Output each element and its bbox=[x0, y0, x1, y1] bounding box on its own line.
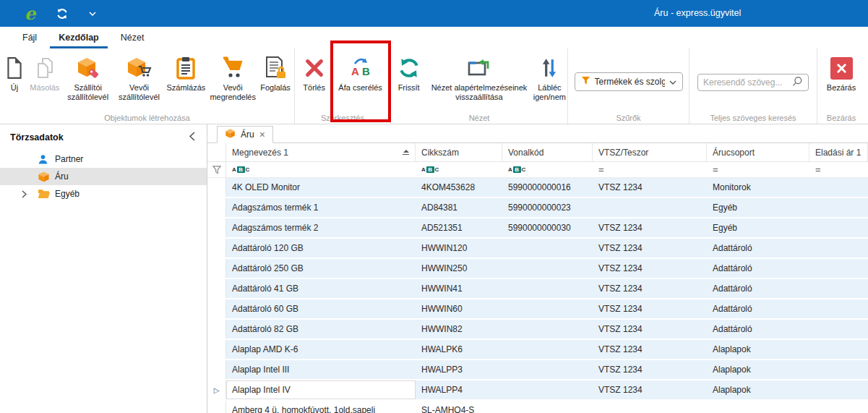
table-cell[interactable] bbox=[809, 259, 868, 278]
table-cell[interactable] bbox=[809, 299, 868, 318]
table-cell[interactable]: Adattároló 60 GB bbox=[226, 299, 416, 318]
table-cell[interactable]: HWWIN120 bbox=[416, 239, 502, 257]
table-cell[interactable]: HWWIN41 bbox=[416, 279, 502, 298]
filter-cell-6[interactable]: = bbox=[809, 162, 868, 177]
table-cell[interactable] bbox=[809, 178, 868, 197]
column-header-4[interactable]: VTSZ/Teszor bbox=[593, 143, 707, 161]
table-cell[interactable]: VTSZ 1234 bbox=[593, 360, 707, 379]
table-cell[interactable]: VTSZ 1234 bbox=[593, 218, 707, 237]
table-cell[interactable]: Alaplap AMD K-6 bbox=[226, 340, 416, 359]
column-header-2[interactable]: Cikkszám bbox=[416, 143, 502, 161]
table-cell[interactable] bbox=[809, 279, 868, 298]
table-cell[interactable]: VTSZ 1234 bbox=[593, 380, 707, 399]
search-icon[interactable] bbox=[792, 76, 803, 90]
table-cell[interactable]: SL-AMHO4-S bbox=[416, 401, 502, 413]
table-cell[interactable] bbox=[593, 401, 707, 413]
table-row[interactable]: Amberg 4 ü. homokfúvott, 1old.sapeliSL-A… bbox=[207, 401, 868, 413]
table-cell[interactable]: HWALPP3 bbox=[416, 360, 502, 379]
table-cell[interactable]: Alaplapok bbox=[707, 340, 809, 359]
search-box[interactable] bbox=[697, 74, 809, 91]
table-cell[interactable]: HWWIN60 bbox=[416, 299, 502, 318]
sidebar-collapse-icon[interactable] bbox=[189, 132, 195, 143]
filter-cell-2[interactable]: ABC bbox=[416, 162, 502, 177]
table-cell[interactable]: 4KOM453628 bbox=[416, 178, 502, 197]
new-button[interactable]: Új bbox=[1, 48, 27, 93]
filter-cell-3[interactable]: ABC bbox=[502, 162, 593, 177]
table-cell[interactable]: 5990000000023 bbox=[502, 198, 593, 217]
table-cell[interactable] bbox=[502, 259, 593, 278]
table-cell[interactable]: VTSZ 1234 bbox=[593, 320, 707, 339]
table-row[interactable]: 4K OLED Monitor4KOM4536285990000000016VT… bbox=[207, 178, 868, 197]
reset-view-defaults-button[interactable]: Nézet alapértelmezéseinek visszaállítása bbox=[425, 48, 533, 102]
customer-delivery-note-button[interactable]: Vevői szállítólevél bbox=[114, 48, 165, 102]
table-cell[interactable] bbox=[809, 340, 868, 359]
table-cell[interactable] bbox=[502, 299, 593, 318]
delete-button[interactable]: Törlés bbox=[296, 48, 332, 93]
table-cell[interactable]: Adattároló bbox=[707, 259, 809, 278]
table-cell[interactable]: HWWIN82 bbox=[416, 320, 502, 339]
filter-cell-4[interactable]: = bbox=[593, 162, 707, 177]
table-row[interactable]: Adagszámos termék 2AD5213515990000000030… bbox=[207, 218, 868, 237]
supplier-delivery-note-button[interactable]: Szállítói szállítólevél bbox=[62, 48, 114, 102]
table-cell[interactable]: Adattároló bbox=[707, 239, 809, 257]
menu-file[interactable]: Fájl bbox=[12, 27, 48, 48]
table-cell[interactable]: Alaplapok bbox=[707, 360, 809, 379]
vat-swap-button[interactable]: AB Áfa cserélés bbox=[332, 48, 389, 93]
table-cell[interactable] bbox=[502, 340, 593, 359]
table-cell[interactable]: Adattároló 120 GB bbox=[226, 239, 416, 257]
table-cell[interactable]: Adattároló 250 GB bbox=[226, 259, 416, 278]
table-cell[interactable] bbox=[809, 380, 868, 399]
search-input[interactable] bbox=[703, 77, 792, 88]
table-cell[interactable]: Adattároló bbox=[707, 320, 809, 339]
table-cell[interactable]: VTSZ 1234 bbox=[593, 340, 707, 359]
quick-access-chevron-icon[interactable] bbox=[89, 12, 96, 16]
filter-funnel-icon[interactable] bbox=[207, 162, 226, 177]
column-header-6[interactable]: Eladási ár 1 bbox=[809, 143, 868, 161]
table-cell[interactable] bbox=[502, 401, 593, 413]
table-cell[interactable] bbox=[502, 380, 593, 399]
table-cell[interactable]: 5990000000030 bbox=[502, 218, 593, 237]
filter-cell-5[interactable]: = bbox=[707, 162, 809, 177]
reservation-button[interactable]: Foglalás bbox=[258, 48, 293, 93]
table-row[interactable]: Adattároló 250 GBHWWIN250VTSZ 1234Adattá… bbox=[207, 259, 868, 278]
table-cell[interactable] bbox=[502, 360, 593, 379]
table-cell[interactable] bbox=[809, 239, 868, 257]
table-row[interactable]: Alaplap Intel IIIHWALPP3VTSZ 1234Alaplap… bbox=[207, 360, 868, 379]
filter-dropdown[interactable]: Termékek és szolgál... bbox=[575, 72, 683, 91]
table-cell[interactable]: Adattároló bbox=[707, 299, 809, 318]
table-cell[interactable] bbox=[502, 279, 593, 298]
table-cell[interactable]: HWWIN250 bbox=[416, 259, 502, 278]
table-cell[interactable]: Adagszámos termék 2 bbox=[226, 218, 416, 237]
table-cell[interactable]: Egyéb bbox=[707, 198, 809, 217]
table-cell[interactable]: Alaplap Intel IV bbox=[226, 380, 416, 399]
menu-home[interactable]: Kezdőlap bbox=[48, 27, 110, 48]
table-cell[interactable] bbox=[809, 198, 868, 217]
table-cell[interactable] bbox=[809, 401, 868, 413]
table-cell[interactable] bbox=[593, 198, 707, 217]
table-cell[interactable]: HWALPP4 bbox=[416, 380, 502, 399]
table-cell[interactable]: Adattároló 82 GB bbox=[226, 320, 416, 339]
sidebar-item-partner[interactable]: Partner bbox=[0, 150, 207, 168]
table-cell[interactable]: Adagszámos termék 1 bbox=[226, 198, 416, 217]
table-row[interactable]: Adattároló 120 GBHWWIN120VTSZ 1234Adattá… bbox=[207, 239, 868, 257]
close-button[interactable]: Bezárás bbox=[820, 48, 863, 93]
table-cell[interactable] bbox=[502, 239, 593, 257]
table-row[interactable]: Alaplap AMD K-6HWALPK6VTSZ 1234Alaplapok bbox=[207, 340, 868, 359]
footer-toggle-button[interactable]: Lábléc igen/nem bbox=[533, 48, 566, 102]
table-cell[interactable]: AD521351 bbox=[416, 218, 502, 237]
table-cell[interactable] bbox=[809, 360, 868, 379]
sidebar-item-aru[interactable]: Áru bbox=[0, 168, 207, 185]
table-cell[interactable]: AD84381 bbox=[416, 198, 502, 217]
column-header-3[interactable]: Vonalkód bbox=[502, 143, 593, 161]
customer-order-button[interactable]: Vevői megrendelés bbox=[207, 48, 258, 102]
table-cell[interactable] bbox=[707, 401, 809, 413]
table-row[interactable]: Adattároló 41 GBHWWIN41VTSZ 1234Adattáro… bbox=[207, 279, 868, 298]
invoicing-button[interactable]: Számlázás bbox=[164, 48, 207, 93]
expand-chevron-icon[interactable] bbox=[22, 190, 38, 198]
table-cell[interactable]: Monitorok bbox=[707, 178, 809, 197]
table-cell[interactable]: Adattároló bbox=[707, 279, 809, 298]
table-row[interactable]: ▷Alaplap Intel IVHWALPP4VTSZ 1234Alaplap… bbox=[207, 380, 868, 399]
table-cell[interactable] bbox=[502, 320, 593, 339]
table-cell[interactable]: Adattároló 41 GB bbox=[226, 279, 416, 298]
sort-ascending-icon[interactable] bbox=[403, 150, 409, 156]
